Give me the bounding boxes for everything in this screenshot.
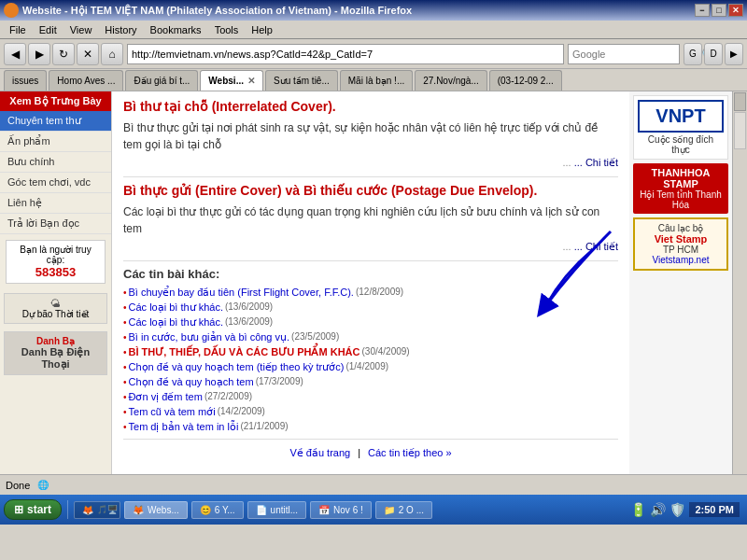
vnpt-tagline: Cuộc sống đích thực [638, 134, 724, 155]
bottom-nav: Về đầu trang | Các tin tiếp theo » [123, 439, 618, 467]
menu-bar: File Edit View History Bookmarks Tools H… [0, 21, 747, 39]
tab-close-icon[interactable]: ✕ [247, 76, 255, 86]
content-area: Xem Bộ Trưng Bày Chuyên tem thư Ấn phẩm … [0, 91, 747, 474]
back-button[interactable]: ◀ [4, 43, 26, 65]
visitor-box: Bạn là người truy cập: 583853 [6, 240, 106, 284]
weather-box: 🌤 Dự bão Thời tiết [4, 293, 107, 324]
news-item-5[interactable]: • Chọn đề và quy hoạch tem (tiếp theo kỳ… [123, 361, 618, 373]
news-item-3[interactable]: • Bì in cước, bưu giản và bì công vụ. (2… [123, 331, 618, 343]
taskbar-item-3[interactable]: 📅 Nov 6 ! [310, 501, 372, 519]
left-sidebar: Xem Bộ Trưng Bày Chuyên tem thư Ấn phẩm … [0, 91, 112, 474]
article-2-title[interactable]: Bì thực gửi (Entire Cover) và Bì thiếu c… [123, 183, 618, 198]
start-button[interactable]: ⊞ start [4, 499, 62, 520]
windows-icon: ⊞ [14, 503, 23, 516]
address-input[interactable] [132, 49, 559, 60]
menu-edit[interactable]: Edit [34, 22, 63, 37]
taskbar-icons[interactable]: 🦊🎵🖥️ [74, 501, 120, 519]
maximize-button[interactable]: □ [712, 4, 726, 17]
scrollbar[interactable] [732, 91, 747, 474]
article-1-title[interactable]: Bì thư tại chỗ (Interrelated Cover). [123, 99, 618, 114]
menu-bookmarks[interactable]: Bookmarks [145, 22, 207, 37]
taskbar-item-4[interactable]: 📁 2 O ... [375, 501, 432, 519]
menu-file[interactable]: File [4, 22, 32, 37]
sidebar-item-3[interactable]: Góc tem chơi, vdc [0, 173, 111, 193]
phone-label: Danh Bạ Danh Bạ Điện Thoại [4, 331, 107, 375]
tray-icon-1[interactable]: 🔋 [630, 502, 646, 517]
title-bar: Website - Hội TEM VIỆT NAM (Philately As… [0, 0, 747, 21]
tab-1[interactable]: Homo Aves ... [49, 70, 123, 91]
article-1-body: Bì thư thực gửi tại nơi phát sinh ra sự … [123, 119, 618, 153]
nav-bar: ◀ ▶ ↻ ✕ ⌂ 🔍 G D ▶ [0, 39, 747, 69]
tab-3[interactable]: Websi... ✕ [200, 70, 263, 91]
stop-button[interactable]: ✕ [77, 43, 99, 65]
vnpt-logo: VNPT [638, 100, 724, 133]
tab-4[interactable]: Sưu tầm tiê... [265, 70, 338, 91]
vietstamp-club: Câu lạc bộ [639, 223, 723, 233]
news-item-9[interactable]: • Tem dị bản và tem in lỗi (21/1/2009) [123, 421, 618, 433]
sidebar-item-2[interactable]: Bưu chính [0, 152, 111, 173]
tab-label-3: Websi... [208, 76, 244, 86]
vietstamp-url[interactable]: Vietstamp.net [639, 255, 723, 265]
tab-label-4: Sưu tầm tiê... [274, 76, 330, 86]
vietstamp-ad: Câu lạc bộ Viet Stamp TP HCM Vietstamp.n… [633, 217, 728, 271]
menu-tools[interactable]: Tools [209, 22, 245, 37]
news-item-7[interactable]: • Đơn vị đếm tem (27/2/2009) [123, 391, 618, 403]
tab-0[interactable]: issues [4, 70, 47, 91]
taskbar-item-2[interactable]: 📄 untitl... [247, 501, 306, 519]
article-1-chitiet[interactable]: ... ... Chi tiết [123, 157, 618, 169]
news-item-6[interactable]: • Chọn đề và quy hoạch tem (17/3/2009) [123, 376, 618, 388]
menu-help[interactable]: Help [246, 22, 278, 37]
article-2-chitiet[interactable]: ... ... Chi tiết [123, 241, 618, 253]
tab-label-7: (03-12-09 2... [498, 76, 554, 86]
search-input[interactable] [572, 49, 701, 60]
tab-6[interactable]: 27.Nov/ngà... [415, 70, 486, 91]
status-bar: Done 🌐 [0, 474, 747, 495]
news-item-2[interactable]: • Các loại bì thư khác. (13/6/2009) [123, 316, 618, 329]
minimize-button[interactable]: − [695, 4, 710, 17]
news-item-0[interactable]: • Bì chuyển bay đầu tiên (First Flight C… [123, 287, 618, 299]
thanhhoa-ad: THANHHOA STAMP Hội Tem tỉnh Thanh Hóa [633, 163, 728, 214]
menu-history[interactable]: History [99, 22, 142, 37]
other-news: Các tin bài khác: • Bì chuyển bay đầu ti… [123, 267, 618, 433]
sidebar-item-0[interactable]: Chuyên tem thư [0, 111, 111, 132]
tab-label-6: 27.Nov/ngà... [423, 76, 478, 86]
visitor-count: 583853 [10, 265, 101, 279]
sidebar-item-1[interactable]: Ấn phẩm [0, 132, 111, 152]
vietstamp-name: Viet Stamp [639, 233, 723, 245]
home-link[interactable]: Về đầu trang [289, 447, 350, 459]
tab-7[interactable]: (03-12-09 2... [489, 70, 562, 91]
forward-button[interactable]: ▶ [28, 43, 50, 65]
ext-btn-2[interactable]: D [704, 43, 723, 65]
status-text: Done [6, 480, 30, 491]
ext-btn-1[interactable]: G [684, 43, 702, 65]
news-item-8[interactable]: • Tem cũ và tem mới (14/2/2009) [123, 406, 618, 418]
close-button[interactable]: ✕ [728, 4, 743, 17]
tab-2[interactable]: Đấu giá bí t... [125, 70, 198, 91]
address-bar [127, 44, 564, 64]
search-bar: 🔍 [568, 44, 680, 64]
vietstamp-location: TP HCM [639, 245, 723, 255]
visitor-label: Bạn là người truy cập: [10, 245, 101, 265]
thanhhoa-line2: Hội Tem tỉnh Thanh Hóa [637, 189, 725, 210]
other-news-header: Các tin bài khác: [123, 267, 618, 281]
tray-icon-2[interactable]: 🔊 [650, 502, 666, 517]
article-2-body: Các loại bì thư thực gửi có tác dụng qua… [123, 203, 618, 237]
tray-icon-3[interactable]: 🛡️ [669, 502, 685, 517]
news-item-1[interactable]: • Các loại bì thư khác. (13/6/2009) [123, 301, 618, 314]
refresh-button[interactable]: ↻ [52, 43, 75, 65]
ext-btn-3[interactable]: ▶ [725, 43, 743, 65]
sidebar-item-4[interactable]: Liên hệ [0, 193, 111, 214]
home-button[interactable]: ⌂ [101, 43, 123, 65]
thanhhoa-line1: THANHHOA STAMP [637, 167, 725, 189]
tab-label-2: Đấu giá bí t... [134, 76, 190, 86]
sidebar-item-5[interactable]: Trả lời Bạn đọc [0, 214, 111, 234]
menu-view[interactable]: View [64, 22, 98, 37]
clock: 2:50 PM [689, 502, 740, 517]
taskbar: ⊞ start 🦊🎵🖥️ 🦊 Webs... 😊 6 Y... 📄 untitl… [0, 495, 747, 525]
article-2: Bì thực gửi (Entire Cover) và Bì thiếu c… [123, 183, 618, 253]
taskbar-item-1[interactable]: 😊 6 Y... [191, 501, 244, 519]
taskbar-item-0[interactable]: 🦊 Webs... [124, 501, 188, 519]
tab-5[interactable]: Mãi là bạn !... [340, 70, 413, 91]
next-link[interactable]: Các tin tiếp theo » [368, 447, 452, 459]
news-item-4[interactable]: • BÌ THƯ, THIẾP, DẤU VÀ CÁC BƯU PHẨM KHÁ… [123, 346, 618, 358]
